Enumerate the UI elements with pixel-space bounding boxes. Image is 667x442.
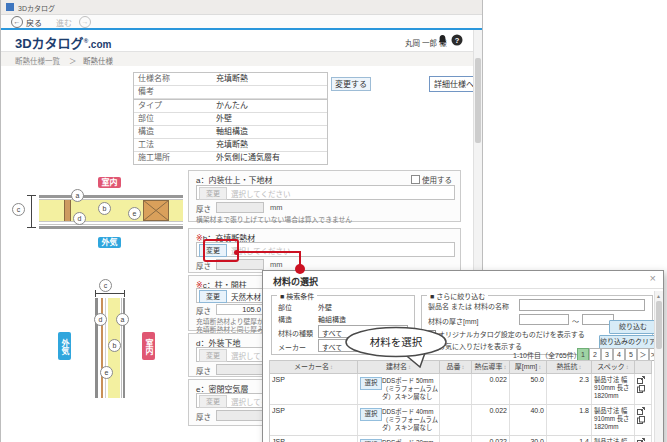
material-field-a[interactable]: 変更 選択してください — [196, 185, 455, 200]
dialog-title: 材料の選択 — [273, 275, 318, 288]
browser-navbar: ← 戻る 進む → — [1, 15, 482, 28]
search-conditions-legend: ■ 検索条件 — [277, 291, 317, 301]
exterior-badge: 外気 — [98, 237, 121, 248]
material-cell: 選択 DDSボード 30mm（ミラフォームラムダ）スキン層なし — [358, 436, 440, 442]
sort-icon[interactable]: ↕ — [330, 364, 333, 370]
wall-layer-top — [39, 195, 183, 198]
sort-icon[interactable]: ↕ — [626, 364, 629, 370]
col-header-conductivity[interactable]: 熱伝導率↕ — [472, 361, 510, 373]
dimension-tick — [27, 195, 36, 196]
thickness-input-c[interactable]: 105.0 — [216, 304, 264, 315]
wall-layer-line — [39, 221, 183, 222]
interior-badge: 室内 — [98, 177, 121, 188]
change-button-d[interactable]: 変更 — [199, 349, 227, 362]
breadcrumb-parent[interactable]: 断熱仕様一覧 — [15, 55, 60, 66]
sort-icon[interactable]: ↕ — [538, 364, 541, 370]
annotation-line-horizontal — [238, 251, 301, 253]
change-button-c[interactable]: 変更 — [199, 290, 227, 303]
filter-clear-button[interactable]: 絞り込みのクリア — [599, 335, 657, 349]
thickness-input-d[interactable] — [216, 364, 264, 375]
layer-mark-a: a — [71, 189, 84, 202]
dialog-scrollbar-thumb[interactable] — [656, 301, 662, 349]
scroll-up-icon[interactable]: ▲ — [656, 293, 661, 299]
code-cell — [440, 436, 472, 442]
thickness-cell: 40.0 — [510, 405, 547, 435]
section-a-note: 横架材まで張り上げていない場合は算入できません — [196, 214, 352, 224]
change-spec-button[interactable]: 変更する — [331, 77, 371, 91]
dialog-title-divider — [263, 288, 663, 289]
structure-value: 軸組構造 — [318, 314, 346, 324]
copy-icon[interactable] — [637, 385, 645, 393]
forward-icon[interactable]: → — [79, 16, 91, 28]
col-header-thickness[interactable]: 厚[mm]↕ — [510, 361, 547, 373]
refine-legend: ■ さらに絞り込む — [427, 291, 488, 301]
sort-icon[interactable]: ↕ — [579, 364, 582, 370]
spec-cell: 製品寸法 幅 910mm 長さ 1820mm — [592, 405, 635, 435]
back-button[interactable]: 戻る — [26, 17, 42, 28]
conductivity-cell: 0.022 — [472, 436, 510, 442]
forward-button[interactable]: 進む — [56, 17, 72, 28]
select-button[interactable]: 選択 — [360, 377, 382, 390]
detail-spec-button[interactable]: 詳細仕様へ — [429, 76, 479, 92]
layer-mark-b2: b — [108, 339, 121, 352]
table-row[interactable]: JSP 選択 DDSボード 30mm（ミラフォームラムダ）スキン層なし 0.02… — [270, 436, 652, 442]
sort-icon[interactable]: ↕ — [504, 364, 507, 370]
interior-badge-vertical: 室内 — [142, 332, 155, 360]
close-icon[interactable]: × — [650, 272, 656, 284]
change-button-a[interactable]: 変更 — [199, 187, 227, 200]
material-select-dialog: 材料の選択 × ■ 検索条件 部位 外壁 構造 軸組構造 材料の種類 すべて▼ … — [262, 270, 664, 442]
sort-icon[interactable]: ↕ — [462, 364, 465, 370]
exterior-badge-vertical: 外気 — [58, 332, 71, 360]
external-link-icon[interactable] — [637, 407, 645, 415]
select-button[interactable]: 選択 — [360, 408, 382, 421]
thickness-input-a[interactable] — [216, 202, 264, 213]
part-value: 外壁 — [318, 302, 332, 312]
filter-button[interactable]: 絞り込む — [609, 320, 657, 334]
section-a-interior-finish: a：内装仕上・下地材 使用する 変更 選択してください 厚さ mm 横架材まで張… — [188, 170, 461, 222]
actions-cell — [635, 374, 652, 404]
table-row[interactable]: JSP 選択 DDSボード 40mm（ミラフォームラムダ）スキン層なし 0.02… — [270, 405, 652, 436]
layer-mark-c2: c — [99, 279, 112, 292]
site-logo[interactable]: 3Dカタログ®.com — [15, 33, 111, 52]
annotation-dot-large — [295, 264, 305, 274]
window-scrollbar-thumb[interactable] — [475, 58, 481, 143]
col-header-spec[interactable]: スペック↕ — [592, 361, 635, 373]
notification-bell-icon[interactable] — [437, 34, 448, 46]
material-cell: 選択 DDSボード 40mm（ミラフォームラムダ）スキン層なし — [358, 405, 440, 435]
thickness-min-input[interactable] — [519, 314, 569, 325]
stud-large — [143, 200, 169, 221]
material-table-header: メーカー名↕ 建材名↕ 品番↕ 熱伝導率↕ 厚[mm]↕ 熱抵抗↕ スペック↕ — [270, 361, 652, 374]
table-row[interactable]: JSP 選択 DDSボード 50mm（ミラフォームラムダ）スキン層なし 0.02… — [270, 374, 652, 405]
window-icon — [6, 3, 14, 11]
copy-icon[interactable] — [637, 416, 645, 424]
table-row: 備考 — [134, 86, 327, 99]
actions-cell — [635, 436, 652, 442]
spec-summary-table: 仕様名称充填断熱 備考 タイプかんたん 部位外壁 構造軸組構造 工法充填断熱 施… — [133, 72, 328, 165]
use-checkbox[interactable] — [411, 175, 420, 184]
back-icon[interactable]: ← — [11, 16, 23, 28]
col-header-resistance[interactable]: 熱抵抗↕ — [547, 361, 592, 373]
maker-cell: JSP — [270, 436, 358, 442]
conductivity-cell: 0.022 — [472, 374, 510, 404]
help-icon[interactable]: ? — [451, 34, 463, 46]
stud-small — [64, 200, 71, 221]
material-name: DDSボード 40mm（ミラフォームラムダ）スキン層なし — [382, 408, 438, 432]
breadcrumb-separator: ＞ — [69, 55, 77, 66]
dimension-tick — [95, 290, 96, 297]
external-link-icon[interactable] — [637, 376, 645, 384]
layer-mark-d: d — [73, 212, 86, 225]
svg-text:?: ? — [455, 36, 460, 45]
external-link-icon[interactable] — [637, 438, 645, 442]
material-value-c: 天然木材 — [231, 291, 261, 302]
product-name-input[interactable] — [519, 299, 645, 311]
dimension-line-c2 — [95, 293, 125, 294]
actions-cell — [635, 405, 652, 435]
callout-text: 材料を選択 — [370, 336, 423, 348]
use-checkbox-row[interactable]: 使用する — [411, 174, 452, 185]
layer-mark-c: c — [12, 203, 25, 216]
thickness-input-e[interactable] — [216, 410, 264, 421]
window-titlebar: 3Dカタログ — [1, 0, 482, 15]
change-button-e[interactable]: 変更 — [199, 395, 227, 408]
dimension-tick — [27, 227, 36, 228]
dialog-scrollbar[interactable]: ▲ — [654, 291, 663, 442]
